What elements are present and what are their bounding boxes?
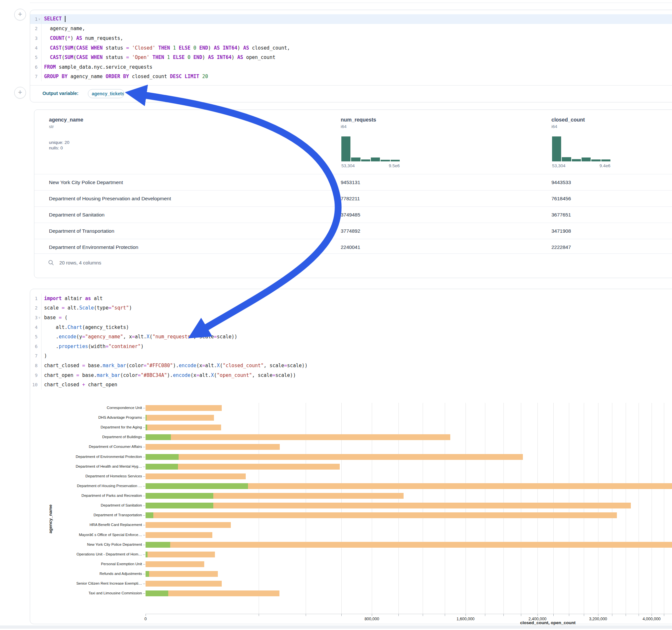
y-axis-label: Operations Unit - Department of Hom… xyxy=(39,552,142,556)
line-number-gutter: 4 xyxy=(30,322,42,332)
code-line[interactable]: 9chart_open = base.mark_bar(color="#8BC3… xyxy=(30,370,672,380)
code-line[interactable]: 4 CAST(SUM(CASE WHEN status = 'Closed' T… xyxy=(30,43,672,53)
token: END xyxy=(194,54,202,60)
token xyxy=(149,54,152,60)
token: ) xyxy=(202,54,208,60)
code-line[interactable]: 3∨base = ( xyxy=(30,313,672,322)
output-variable-chip[interactable]: agency_tickets xyxy=(88,89,124,98)
sql-code-editor[interactable]: 1∨SELECT 2 agency_name,3 COUNT(*) AS num… xyxy=(30,10,672,85)
token xyxy=(44,45,50,51)
token: = xyxy=(106,343,109,349)
code-line[interactable]: 6FROM sample_data.nyc.service_requests xyxy=(30,62,672,72)
output-variable-row: Output variable: agency_tickets xyxy=(30,85,672,103)
token: , scale xyxy=(194,334,214,340)
token: = xyxy=(214,334,217,340)
column-header[interactable]: num_requestsi64 xyxy=(341,117,376,129)
token: . xyxy=(44,334,59,340)
code-line[interactable]: 3 COUNT(*) AS num_requests, xyxy=(30,33,672,43)
token: CAST xyxy=(50,45,62,51)
python-code-editor[interactable]: 1import altair as alt2scale = alt.Scale(… xyxy=(30,289,672,390)
token: open_count xyxy=(243,54,275,60)
token xyxy=(88,45,91,51)
code-line[interactable]: 1import altair as alt xyxy=(30,294,672,303)
x-axis-tick xyxy=(537,614,538,616)
line-number-gutter: 2 xyxy=(30,303,42,313)
code-line[interactable]: 2 agency_name, xyxy=(30,24,672,34)
code-line[interactable]: 8chart_closed = base.mark_bar(color="#FF… xyxy=(30,361,672,370)
code-line[interactable]: 5 CAST(SUM(CASE WHEN status = 'Open' THE… xyxy=(30,52,672,62)
histogram-bar xyxy=(361,160,370,162)
table-body: New York City Police Department945313194… xyxy=(34,174,672,255)
token: base. xyxy=(85,363,102,368)
token: "container" xyxy=(109,343,141,349)
token: "open_count" xyxy=(217,372,252,378)
bar-closed_count xyxy=(146,561,204,567)
x-axis-tick xyxy=(569,614,569,616)
add-cell-button[interactable]: + xyxy=(14,9,26,20)
token: = xyxy=(62,305,65,311)
token: AS xyxy=(208,54,214,60)
histogram-bar xyxy=(552,137,561,162)
token: alt. xyxy=(205,363,217,368)
code-line[interactable]: 2scale = alt.Scale(type="sqrt") xyxy=(30,303,672,313)
token: encode xyxy=(178,363,196,368)
table-cell: Department of Environmental Protection xyxy=(49,239,138,255)
token: "#8BC34A" xyxy=(141,372,167,378)
y-axis-label: Department of Housing Preservation … xyxy=(39,484,142,488)
histogram-range-labels: 53,3049.5e6 xyxy=(341,163,400,168)
y-axis-tick xyxy=(143,447,145,447)
token: Chart xyxy=(67,324,82,330)
y-axis-label: Department of Transportation xyxy=(39,513,142,517)
column-header[interactable]: closed_counti64 xyxy=(551,117,585,129)
collapse-chevron-icon[interactable]: ∨ xyxy=(38,18,41,21)
token: ) xyxy=(237,45,243,51)
code-line[interactable]: 7) xyxy=(30,351,672,361)
collapse-chevron-icon[interactable]: ∨ xyxy=(38,316,41,319)
token: as xyxy=(85,295,91,301)
code-line[interactable]: 4 alt.Chart(agency_tickets) xyxy=(30,322,672,332)
table-row[interactable]: Department of Housing Preservation and D… xyxy=(34,190,672,207)
code-text: scale = alt.Scale(type="sqrt") xyxy=(42,305,132,311)
chart-x-axis-title: closed_count, open_count xyxy=(467,620,629,625)
token: "#FFC080" xyxy=(146,363,173,368)
bar-closed_count xyxy=(146,542,672,548)
token: ( xyxy=(62,54,65,60)
y-axis-label: Department of Parks and Recreation xyxy=(39,493,142,498)
table-row[interactable]: New York City Police Department945313194… xyxy=(34,174,672,190)
column-stat: unique: 20 xyxy=(49,140,83,145)
bar-closed_count xyxy=(146,454,523,460)
line-number-gutter: 8 xyxy=(30,361,42,370)
line-number-gutter: 10 xyxy=(30,380,42,390)
code-line[interactable]: 10chart_closed + chart_open xyxy=(30,380,672,390)
y-axis-tick xyxy=(143,457,145,457)
token: scale xyxy=(44,305,62,311)
bar-open_count xyxy=(146,493,213,499)
token xyxy=(182,74,185,79)
line-number-gutter: 1 xyxy=(30,294,42,303)
table-cell: Department of Sanitation xyxy=(49,207,104,223)
token: END xyxy=(199,45,208,51)
code-line[interactable]: 7GROUP BY agency_name ORDER BY closed_co… xyxy=(30,72,672,82)
token: 'Open' xyxy=(132,54,149,60)
chart-gridline xyxy=(652,403,652,614)
histogram-bar xyxy=(381,160,390,162)
token: 20 xyxy=(202,74,208,79)
search-icon[interactable] xyxy=(48,260,54,266)
y-axis-label: Department of Homeless Services xyxy=(39,474,142,478)
column-header[interactable]: agency_namestrunique: 20nulls: 0 xyxy=(49,117,83,150)
token: AS xyxy=(76,35,82,41)
token: ( xyxy=(65,35,67,41)
code-line[interactable]: 1∨SELECT xyxy=(30,14,672,24)
line-number: 4 xyxy=(35,325,38,330)
table-row[interactable]: Department of Sanitation37494853677651 xyxy=(34,207,672,223)
code-line[interactable]: 6 .properties(width="container") xyxy=(30,342,672,351)
bar-open_count xyxy=(146,552,147,557)
x-axis-tick-label: 0 xyxy=(123,617,168,621)
add-cell-button[interactable]: + xyxy=(14,87,26,98)
line-number-gutter: 6 xyxy=(30,62,42,72)
line-number: 7 xyxy=(35,353,38,358)
table-row[interactable]: Department of Environmental Protection22… xyxy=(34,239,672,255)
table-row[interactable]: Department of Transportation377489234719… xyxy=(34,223,672,239)
code-line[interactable]: 5 .encode(y="agency_name", x=alt.X("num_… xyxy=(30,332,672,342)
table-cell: 2240041 xyxy=(341,239,360,255)
